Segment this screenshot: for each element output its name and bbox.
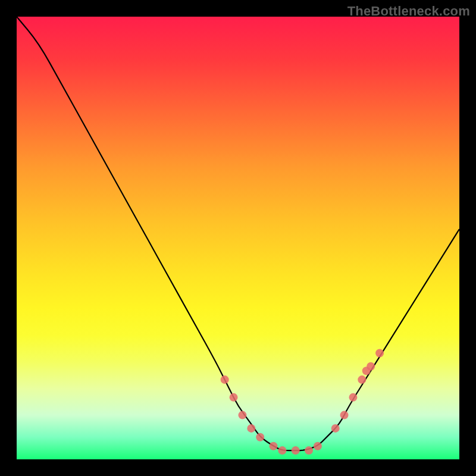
chart-container: TheBottleneck.com bbox=[0, 0, 476, 476]
marker-point bbox=[238, 411, 246, 419]
marker-point bbox=[230, 393, 238, 402]
marker-group bbox=[221, 349, 384, 455]
marker-point bbox=[314, 442, 322, 450]
marker-point bbox=[270, 442, 278, 450]
marker-point bbox=[340, 411, 349, 419]
marker-point bbox=[256, 433, 264, 441]
plot-area bbox=[17, 17, 459, 459]
marker-point bbox=[349, 393, 357, 402]
curve-layer bbox=[17, 17, 459, 459]
bottleneck-curve-path bbox=[17, 17, 459, 450]
marker-point bbox=[331, 424, 340, 433]
marker-point bbox=[221, 375, 229, 384]
marker-point bbox=[367, 362, 375, 371]
watermark-label: TheBottleneck.com bbox=[347, 4, 470, 19]
marker-point bbox=[278, 446, 286, 455]
marker-point bbox=[358, 375, 366, 384]
marker-point bbox=[292, 446, 300, 455]
marker-point bbox=[375, 349, 384, 357]
marker-point bbox=[247, 424, 255, 433]
marker-point bbox=[305, 446, 313, 455]
